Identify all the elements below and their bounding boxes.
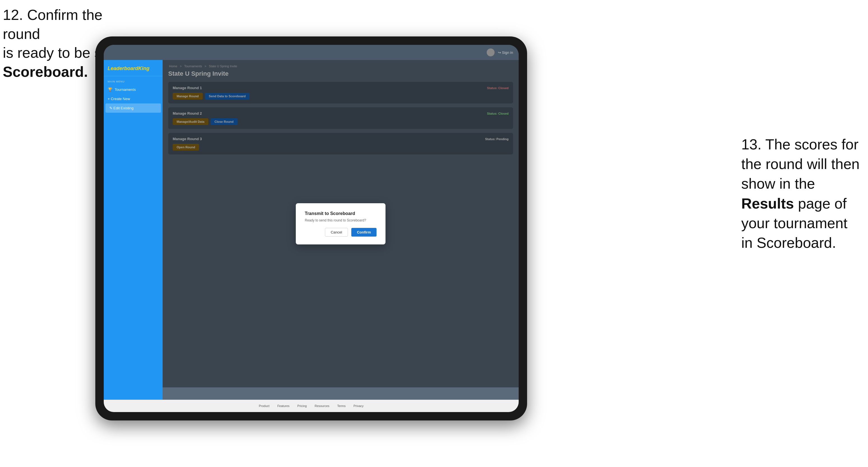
main-area: LeaderboardKing MAIN MENU 🏆 Tournaments …	[104, 60, 519, 400]
signin-link[interactable]: ↪ Sign in	[498, 51, 513, 55]
footer-resources[interactable]: Resources	[315, 404, 330, 408]
tablet-device: ↪ Sign in LeaderboardKing MAIN MENU 🏆 To…	[95, 36, 527, 421]
footer-pricing[interactable]: Pricing	[298, 404, 307, 408]
sidebar-edit-label: ✎ Edit Existing	[109, 106, 133, 110]
sidebar-create-label: + Create New	[108, 97, 130, 101]
sidebar-item-tournaments[interactable]: 🏆 Tournaments	[104, 85, 163, 94]
footer-product[interactable]: Product	[259, 404, 270, 408]
main-menu-label: MAIN MENU	[104, 79, 163, 85]
sidebar-tournaments-label: Tournaments	[115, 88, 136, 92]
step12-bold: Scoreboard.	[3, 64, 88, 80]
instruction-step13: 13. The scores forthe round will thensho…	[741, 134, 860, 253]
modal-buttons: Cancel Confirm	[305, 228, 376, 237]
main-content: Home > Tournaments > State U Spring Invi…	[163, 60, 519, 400]
cancel-button[interactable]: Cancel	[325, 228, 348, 237]
confirm-button[interactable]: Confirm	[351, 228, 376, 237]
modal-title: Transmit to Scoreboard	[305, 211, 376, 216]
modal-overlay: Transmit to Scoreboard Ready to send thi…	[163, 60, 519, 387]
sidebar: LeaderboardKing MAIN MENU 🏆 Tournaments …	[104, 60, 163, 400]
footer-privacy[interactable]: Privacy	[353, 404, 364, 408]
tablet-screen: ↪ Sign in LeaderboardKing MAIN MENU 🏆 To…	[104, 45, 519, 412]
app-logo: LeaderboardKing	[108, 66, 159, 71]
step12-number: 12.	[3, 7, 23, 23]
transmit-modal: Transmit to Scoreboard Ready to send thi…	[296, 203, 385, 244]
sidebar-item-create-new[interactable]: + Create New	[104, 94, 163, 103]
step13-bold: Results	[741, 195, 794, 212]
sidebar-item-edit-existing[interactable]: ✎ Edit Existing	[105, 103, 161, 113]
modal-subtitle: Ready to send this round to Scoreboard?	[305, 218, 376, 222]
logo-accent: King	[138, 66, 149, 71]
logo-main: Leaderboard	[108, 66, 138, 71]
logo-area: LeaderboardKing	[104, 63, 163, 76]
user-avatar	[487, 49, 495, 56]
screen-footer: Product Features Pricing Resources Terms…	[104, 400, 519, 412]
trophy-icon: 🏆	[108, 87, 113, 92]
footer-features[interactable]: Features	[277, 404, 289, 408]
top-bar: ↪ Sign in	[104, 45, 519, 60]
footer-terms[interactable]: Terms	[337, 404, 346, 408]
